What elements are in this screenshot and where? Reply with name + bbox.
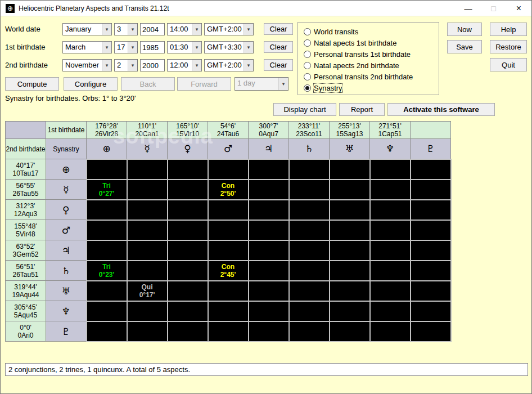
- world-year-input[interactable]: [140, 23, 165, 35]
- aspect-cell-venus-venus: [168, 200, 208, 220]
- configure-button[interactable]: Configure: [64, 77, 118, 91]
- world-time-select[interactable]: 14:00 ▾: [167, 23, 202, 35]
- aspect-cell-mars-saturn: [289, 220, 330, 240]
- world-timezone-select[interactable]: GMT+2:00 ▾: [204, 23, 254, 35]
- aspect-cell-saturn-jupiter: [249, 261, 289, 281]
- radio-label: Personal transits 1st birthdate: [314, 50, 411, 59]
- aspect-cell-pluto-mars: [208, 321, 249, 342]
- aspect-cell-earth-neptune: [370, 159, 411, 180]
- app-window: ⊕ Heliocentric Planetary Aspects and Tra…: [0, 0, 532, 394]
- aspect-cell-neptune-jupiter: [249, 301, 289, 321]
- aspect-cell-venus-neptune: [370, 200, 411, 220]
- chevron-down-icon: ▾: [192, 42, 201, 53]
- world-month-select[interactable]: January ▾: [62, 23, 112, 35]
- world-day-select[interactable]: 3 ▾: [114, 23, 138, 35]
- aspect-cell-saturn-mars: Con2°45': [208, 261, 249, 281]
- column-position-mercury: 110°1'20Can1: [127, 122, 168, 139]
- grid-row-mars: 155°48'5Vir48♂: [6, 220, 451, 240]
- aspect-cell-uranus-jupiter: [249, 281, 289, 301]
- aspect-cell-saturn-mercury: [127, 261, 168, 281]
- mercury-symbol-icon: ☿: [46, 180, 87, 200]
- aspect-cell-uranus-neptune: [370, 281, 411, 301]
- grid-row-venus: 312°3'12Aqu3♀: [6, 200, 451, 220]
- aspect-cell-neptune-pluto: [411, 301, 451, 321]
- radio-icon: [304, 51, 311, 58]
- world-time-value: 14:00: [168, 24, 192, 35]
- aspect-cell-saturn-neptune: [370, 261, 411, 281]
- birth1-day-select[interactable]: 17 ▾: [114, 41, 138, 53]
- aspect-cell-jupiter-mercury: [127, 240, 168, 261]
- radio-natal-aspects-2nd[interactable]: Natal apects 2nd birthdate: [304, 61, 399, 70]
- grid-corner-blank: [6, 122, 46, 139]
- window-controls: — □ ×: [456, 1, 531, 16]
- birth2-month-select[interactable]: November ▾: [62, 59, 112, 71]
- aspect-cell-pluto-jupiter: [249, 321, 289, 342]
- first-birthdate-header: 1st birthdate: [46, 122, 87, 139]
- row-position-jupiter: 63°52'3Gem52: [6, 240, 46, 261]
- birth1-time-value: 01:30: [168, 42, 192, 53]
- birth2-clear-button[interactable]: Clear: [264, 59, 293, 71]
- aspect-cell-mercury-jupiter: [249, 180, 289, 200]
- radio-world-transits[interactable]: World transits: [304, 27, 358, 36]
- world-clear-button[interactable]: Clear: [264, 23, 293, 35]
- grid-row-saturn: 56°51'26Tau51♄Tri0°23'Con2°45': [6, 261, 451, 281]
- aspect-cell-earth-uranus: [330, 159, 370, 180]
- birth1-timezone-select[interactable]: GMT+3:30 ▾: [204, 41, 254, 53]
- birth2-timezone-select[interactable]: GMT+2:00 ▾: [204, 59, 254, 71]
- aspect-cell-uranus-earth: [87, 281, 127, 301]
- radio-natal-aspects-1st[interactable]: Natal apects 1st birthdate: [304, 38, 396, 47]
- maximize-icon: □: [481, 1, 506, 16]
- radio-synastry[interactable]: Synastry: [304, 83, 342, 92]
- row-position-uranus: 319°44'19Aqu44: [6, 281, 46, 301]
- venus-symbol-icon: ♀: [46, 200, 87, 220]
- minimize-icon[interactable]: —: [456, 1, 481, 16]
- close-icon[interactable]: ×: [506, 1, 531, 16]
- restore-button[interactable]: Restore: [490, 40, 527, 53]
- first-birthdate-label: 1st birthdate: [5, 41, 46, 53]
- radio-icon: [304, 62, 311, 69]
- save-button[interactable]: Save: [447, 40, 482, 53]
- grid-row-pluto: 0°0'0Ari0♇: [6, 321, 451, 342]
- back-button: Back: [121, 77, 175, 91]
- radio-label: Personal transits 2nd birthdate: [314, 73, 413, 81]
- radio-selected-icon: [304, 84, 311, 92]
- mercury-symbol-icon: ☿: [127, 139, 168, 159]
- radio-personal-transits-2nd[interactable]: Personal transits 2nd birthdate: [304, 72, 413, 81]
- radio-label: Natal apects 1st birthdate: [314, 39, 396, 47]
- aspect-cell-mars-neptune: [370, 220, 411, 240]
- birth2-year-input[interactable]: [140, 59, 165, 71]
- radio-personal-transits-1st[interactable]: Personal transits 1st birthdate: [304, 50, 411, 59]
- now-button[interactable]: Now: [447, 23, 482, 36]
- radio-icon: [304, 28, 311, 35]
- aspect-cell-pluto-mercury: [127, 321, 168, 342]
- report-button[interactable]: Report: [339, 103, 385, 116]
- row-position-saturn: 56°51'26Tau51: [6, 261, 46, 281]
- radio-icon: [304, 39, 311, 47]
- aspect-cell-earth-venus: [168, 159, 208, 180]
- birth1-time-select[interactable]: 01:30 ▾: [167, 41, 202, 53]
- column-position-jupiter: 300°7'0Aqu7: [249, 122, 289, 139]
- birth2-time-select[interactable]: 12:00 ▾: [167, 59, 202, 71]
- compute-button[interactable]: Compute: [5, 77, 59, 91]
- activate-software-button[interactable]: Activate this software: [387, 103, 495, 116]
- help-button[interactable]: Help: [490, 23, 527, 36]
- aspect-cell-jupiter-uranus: [330, 240, 370, 261]
- birth1-month-select[interactable]: March ▾: [62, 41, 112, 53]
- aspect-cell-mars-venus: [168, 220, 208, 240]
- aspect-cell-pluto-pluto: [411, 321, 451, 342]
- birth1-clear-button[interactable]: Clear: [264, 41, 293, 53]
- aspect-cell-mars-uranus: [330, 220, 370, 240]
- aspect-cell-mars-jupiter: [249, 220, 289, 240]
- aspect-cell-uranus-uranus: [330, 281, 370, 301]
- display-chart-button[interactable]: Display chart: [273, 103, 336, 116]
- aspect-cell-jupiter-saturn: [289, 240, 330, 261]
- column-position-pluto: [411, 122, 451, 139]
- aspect-cell-saturn-earth: Tri0°23': [87, 261, 127, 281]
- birth2-day-select[interactable]: 2 ▾: [114, 59, 138, 71]
- aspect-cell-neptune-venus: [168, 301, 208, 321]
- quit-button[interactable]: Quit: [490, 58, 527, 71]
- birth1-year-input[interactable]: [140, 41, 165, 53]
- neptune-symbol-icon: ♆: [46, 301, 87, 321]
- chevron-down-icon: ▾: [102, 24, 111, 35]
- aspect-cell-earth-mercury: [127, 159, 168, 180]
